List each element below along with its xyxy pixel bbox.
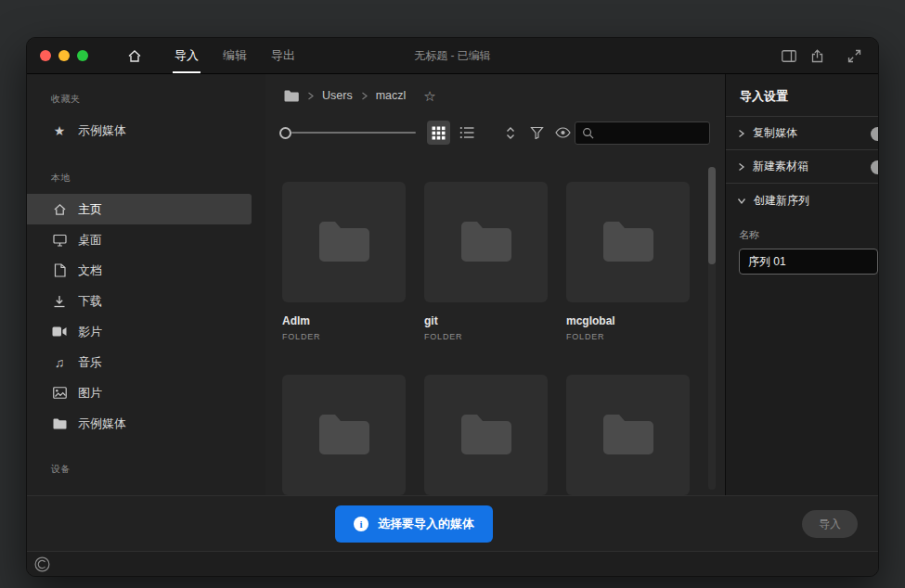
chevron-down-icon: [737, 197, 746, 205]
sidebar-item-downloads[interactable]: 下载: [27, 286, 252, 316]
folder-icon: [316, 412, 373, 458]
sidebar-item-label: 主页: [78, 201, 102, 218]
titlebar-actions: [782, 49, 861, 63]
file-browser: Users maczl ☆: [265, 74, 725, 495]
grid-item[interactable]: [566, 375, 690, 495]
item-name: Adlm: [282, 314, 406, 327]
list-view-button[interactable]: [456, 121, 479, 145]
search-input[interactable]: [600, 126, 703, 139]
grid-view-icon: [432, 126, 446, 140]
grid-item[interactable]: [424, 375, 548, 495]
sidebar-item-label: 桌面: [78, 232, 102, 249]
folder-thumbnail[interactable]: [424, 182, 548, 302]
panel-title: 导入设置: [726, 74, 878, 117]
sidebar-item-label: 影片: [78, 324, 102, 340]
filter-button[interactable]: [525, 121, 549, 145]
sidebar-item-movies[interactable]: 影片: [27, 316, 252, 347]
folder-icon: [458, 412, 515, 458]
folder-icon: [458, 219, 515, 265]
sort-button[interactable]: [498, 121, 522, 145]
sidebar-item-sample-media[interactable]: 示例媒体: [27, 408, 252, 439]
zoom-slider-handle[interactable]: [279, 127, 291, 139]
image-icon: [51, 387, 68, 399]
document-icon: [51, 263, 68, 277]
chevron-right-icon: [307, 92, 314, 100]
vertical-scrollbar: [708, 167, 716, 490]
app-window: 导入 编辑 导出 无标题 - 已编辑 收藏夹 ★ 示例媒体: [26, 37, 879, 577]
local-header: 本地: [51, 172, 265, 185]
panel-section-label: 创建新序列: [754, 193, 809, 209]
folder-icon: [600, 219, 657, 265]
import-button[interactable]: 导入: [802, 510, 858, 538]
info-icon: i: [354, 517, 368, 531]
panel-section-new-sequence[interactable]: 创建新序列: [726, 184, 878, 217]
panel-section-label: 新建素材箱: [753, 159, 808, 174]
home-icon: [127, 49, 142, 63]
breadcrumb-users[interactable]: Users: [322, 89, 353, 102]
share-icon[interactable]: [810, 49, 824, 63]
sidebar-item-sample-media-favorite[interactable]: ★ 示例媒体: [27, 115, 252, 146]
footer-bar: i 选择要导入的媒体 导入: [27, 495, 878, 551]
tab-label: 编辑: [223, 47, 247, 64]
star-icon: ★: [51, 124, 68, 137]
search-box: [575, 121, 710, 145]
folder-thumbnail[interactable]: [282, 182, 406, 302]
zoom-slider[interactable]: [279, 127, 416, 139]
tab-label: 导出: [271, 47, 295, 64]
folder-icon: [316, 219, 373, 265]
tab-import[interactable]: 导入: [162, 38, 211, 73]
hint-text: 选择要导入的媒体: [378, 516, 474, 532]
chevron-right-icon: [737, 162, 745, 172]
sidebar-item-label: 下载: [78, 293, 102, 310]
select-media-hint: i 选择要导入的媒体: [335, 505, 493, 543]
preview-toggle-button[interactable]: [551, 121, 575, 145]
item-type: FOLDER: [566, 332, 690, 341]
minimize-button[interactable]: [58, 50, 70, 61]
grid-item[interactable]: [282, 375, 406, 495]
grid-item[interactable]: Adlm FOLDER: [282, 182, 406, 341]
tab-label: 导入: [175, 47, 199, 64]
folder-icon: [51, 418, 68, 429]
sidebar-item-pictures[interactable]: 图片: [27, 377, 252, 408]
sequence-name-input[interactable]: [739, 249, 878, 275]
tab-edit[interactable]: 编辑: [211, 38, 259, 73]
favorite-star-icon[interactable]: ☆: [423, 89, 435, 103]
scrollbar-thumb[interactable]: [708, 167, 716, 264]
sidebar-item-desktop[interactable]: 桌面: [27, 224, 252, 255]
grid-view-button[interactable]: [427, 121, 450, 145]
panel-section-copy-media[interactable]: 复制媒体: [726, 117, 878, 150]
grid-item[interactable]: git FOLDER: [424, 182, 548, 341]
filter-icon: [530, 126, 544, 139]
folder-thumbnail[interactable]: [566, 375, 690, 495]
document-title: 无标题 - 已编辑: [414, 48, 491, 64]
window-body: 收藏夹 ★ 示例媒体 本地 主页 桌面: [27, 74, 878, 495]
zoom-button[interactable]: [77, 50, 88, 61]
sidebar-item-label: 图片: [78, 385, 102, 402]
folder-thumbnail[interactable]: [424, 375, 548, 495]
search-icon: [582, 127, 594, 139]
browser-toolbar: [265, 117, 725, 148]
grid-item[interactable]: mcglobal FOLDER: [566, 182, 690, 341]
sort-icon: [504, 126, 517, 140]
close-button[interactable]: [40, 50, 51, 61]
folder-thumbnail[interactable]: [566, 182, 690, 302]
sidebar-item-music[interactable]: ♫ 音乐: [27, 347, 252, 377]
music-icon: ♫: [51, 356, 68, 369]
folder-thumbnail[interactable]: [282, 375, 406, 495]
chevron-right-icon: [737, 129, 745, 138]
sidebar-item-home[interactable]: 主页: [27, 194, 252, 224]
sidebar-item-documents[interactable]: 文档: [27, 255, 252, 286]
panel-section-new-bin[interactable]: 新建素材箱: [726, 150, 878, 184]
titlebar: 导入 编辑 导出 无标题 - 已编辑: [27, 38, 878, 74]
fullscreen-icon[interactable]: [847, 49, 861, 63]
sequence-name-label: 名称: [739, 228, 878, 242]
breadcrumb-maczl[interactable]: maczl: [376, 89, 407, 102]
mode-tabs: 导入 编辑 导出: [162, 38, 307, 73]
item-name: git: [424, 314, 548, 327]
tab-export[interactable]: 导出: [259, 38, 307, 73]
home-button[interactable]: [127, 49, 142, 63]
workspace-icon[interactable]: [782, 50, 796, 62]
toggle-switch[interactable]: [871, 127, 879, 141]
sidebar: 收藏夹 ★ 示例媒体 本地 主页 桌面: [27, 74, 265, 495]
toggle-switch[interactable]: [871, 160, 879, 174]
